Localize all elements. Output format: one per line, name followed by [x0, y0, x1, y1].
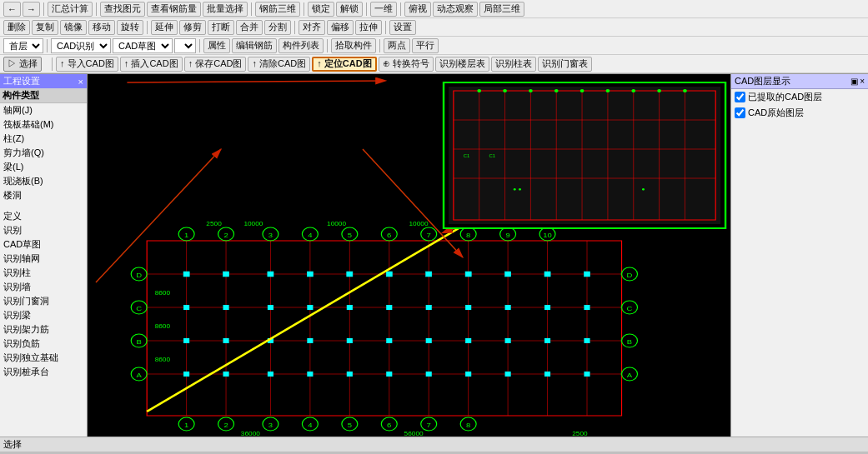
top-view-btn[interactable]: 俯视	[404, 2, 431, 17]
cad-sketch-select[interactable]: CAD草图	[113, 38, 173, 53]
svg-rect-90	[223, 305, 229, 310]
move-btn[interactable]: 移动	[88, 20, 115, 35]
break-btn[interactable]: 打断	[208, 20, 234, 35]
svg-text:2500: 2500	[206, 221, 221, 227]
align-btn[interactable]: 对齐	[299, 20, 325, 35]
svg-rect-93	[347, 305, 353, 310]
layer-original-checkbox[interactable]	[735, 107, 745, 118]
item-identify-neg-rebar[interactable]: 识别负筋	[0, 337, 87, 351]
sep4	[304, 2, 304, 16]
rebar-3d-btn[interactable]: 钢筋三维	[255, 2, 300, 17]
insert-cad-btn[interactable]: ↑ 插入CAD图	[120, 57, 183, 72]
select-btn[interactable]: ▷ 选择	[3, 57, 42, 72]
svg-rect-96	[465, 305, 471, 310]
svg-rect-106	[426, 338, 432, 343]
sep11	[199, 39, 200, 52]
item-raft[interactable]: 筏板基础(M)	[0, 117, 87, 132]
item-identify[interactable]: 识别	[0, 223, 87, 237]
identify-floor-table-btn[interactable]: 识别楼层表	[435, 57, 489, 72]
parallel-btn[interactable]: 平行	[412, 38, 439, 53]
layer-extracted-checkbox[interactable]	[735, 92, 745, 102]
item-define[interactable]: 定义	[0, 209, 87, 223]
batch-select-btn[interactable]: 批量选择	[203, 2, 248, 17]
clear-cad-btn[interactable]: ↑ 清除CAD图	[248, 57, 310, 72]
tree-item-extracted[interactable]: 已提取的CAD图层	[731, 89, 868, 105]
right-panel-title: CAD图层显示	[735, 75, 790, 87]
item-identify-wall[interactable]: 识别墙	[0, 280, 87, 294]
view-rebar-btn[interactable]: 查看钢筋量	[147, 2, 201, 17]
svg-rect-95	[426, 305, 432, 310]
mirror-btn[interactable]: 镜像	[60, 20, 87, 35]
item-cad-sketch[interactable]: CAD草图	[0, 237, 87, 252]
item-identify-arch-rebar[interactable]: 识别架力筋	[0, 322, 87, 337]
find-element-btn[interactable]: 查找图元	[100, 2, 145, 17]
item-shear-wall[interactable]: 剪力墙(Q)	[0, 146, 87, 160]
partial-3d-btn[interactable]: 局部三维	[479, 2, 524, 17]
layer-select[interactable]: 首层	[3, 38, 43, 53]
svg-point-152	[683, 89, 687, 92]
svg-text:D: D	[627, 272, 633, 279]
item-slab[interactable]: 现浇板(B)	[0, 174, 87, 188]
pick-component-btn[interactable]: 拾取构件	[331, 38, 376, 53]
svg-rect-99	[584, 305, 590, 310]
sep5	[366, 2, 367, 16]
sep6	[400, 2, 401, 16]
item-identify-isolated-found[interactable]: 识别独立基础	[0, 351, 87, 365]
item-hole[interactable]: 楼洞	[0, 188, 87, 202]
item-identify-axis[interactable]: 识别轴网	[0, 252, 87, 266]
svg-point-148	[580, 89, 585, 92]
import-cad-btn[interactable]: ↑ 导入CAD图	[56, 57, 118, 72]
cad-identify-select[interactable]: CAD识别	[51, 38, 111, 53]
dynamic-observe-btn[interactable]: 动态观察	[433, 2, 478, 17]
split-btn[interactable]: 分割	[264, 20, 291, 35]
component-list-btn[interactable]: 构件列表	[278, 38, 324, 53]
lock-btn[interactable]: 锁定	[308, 2, 334, 17]
svg-text:● ●: ● ●	[513, 187, 522, 192]
item-column[interactable]: 柱(Z)	[0, 132, 87, 146]
svg-text:C1: C1	[464, 153, 470, 157]
item-beam[interactable]: 梁(L)	[0, 160, 87, 174]
item-identify-pile-cap[interactable]: 识别桩承台	[0, 365, 87, 379]
save-cad-btn[interactable]: ↑ 保存CAD图	[184, 57, 247, 72]
svg-rect-100	[183, 338, 189, 343]
properties-btn[interactable]: 属性	[203, 38, 230, 53]
redo-btn[interactable]: →	[23, 2, 40, 17]
item-identify-beam[interactable]: 识别梁	[0, 308, 87, 322]
offset-btn[interactable]: 偏移	[327, 20, 354, 35]
left-panel-close[interactable]: ×	[78, 77, 83, 87]
identify-column-table-btn[interactable]: 识别柱表	[491, 57, 536, 72]
extend-btn[interactable]: 延伸	[151, 20, 178, 35]
stretch-btn[interactable]: 拉伸	[355, 20, 382, 35]
convert-symbol-btn[interactable]: ⊕ 转换符号	[379, 57, 434, 72]
top-toolbar: ← → 汇总计算 查找图元 查看钢筋量 批量选择 钢筋三维 锁定 解锁 一维 俯…	[0, 0, 868, 74]
rotate-btn[interactable]: 旋转	[117, 20, 143, 35]
merge-btn[interactable]: 合并	[236, 20, 263, 35]
two-point-btn[interactable]: 两点	[384, 38, 410, 53]
summary-calc-btn[interactable]: 汇总计算	[48, 2, 93, 17]
locate-cad-btn[interactable]: ↑ 定位CAD图	[312, 57, 376, 72]
sep12	[327, 39, 328, 52]
right-panel-close[interactable]: ×	[860, 77, 865, 86]
edit-rebar-btn[interactable]: 编辑钢筋	[232, 38, 277, 53]
item-identify-door-window[interactable]: 识别门窗洞	[0, 294, 87, 308]
undo-btn[interactable]: ←	[3, 2, 21, 17]
item-identify-col[interactable]: 识别柱	[0, 266, 87, 280]
canvas-area[interactable]: 1 2 3 4 5 6 7 8 9 10 1 2 3	[88, 74, 730, 437]
delete-btn[interactable]: 删除	[3, 20, 30, 35]
tree-item-original[interactable]: CAD原始图层	[731, 105, 868, 121]
item-axis[interactable]: 轴网(J)	[0, 103, 87, 117]
sep10	[47, 39, 48, 52]
extra-select[interactable]	[174, 38, 196, 53]
right-panel-float[interactable]: ▣	[850, 77, 858, 86]
trim-btn[interactable]: 修剪	[179, 20, 206, 35]
identify-window-table-btn[interactable]: 识别门窗表	[538, 57, 592, 72]
copy-btn[interactable]: 复制	[32, 20, 58, 35]
settings-btn[interactable]: 设置	[389, 20, 416, 35]
unlock-btn[interactable]: 解锁	[336, 2, 363, 17]
svg-text:6: 6	[387, 422, 391, 429]
svg-text:2500: 2500	[572, 431, 587, 437]
svg-rect-104	[347, 338, 353, 343]
1d-view-btn[interactable]: 一维	[370, 2, 397, 17]
svg-rect-85	[465, 272, 471, 277]
left-panel-title: 工程设置	[3, 75, 40, 87]
